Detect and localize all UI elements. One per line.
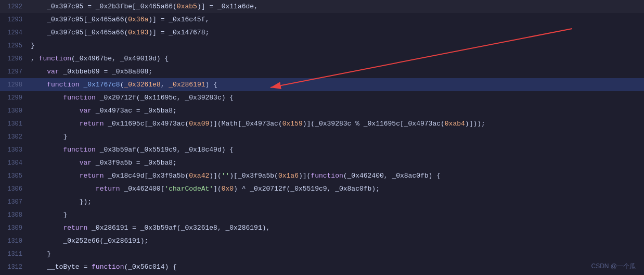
code-line: 1309 return _0x286191 = _0x3b59af(_0x326… — [0, 221, 644, 234]
line-content: } — [29, 42, 644, 49]
line-number: 1306 — [0, 185, 29, 193]
line-number: 1304 — [0, 159, 29, 167]
token-kw: function — [47, 81, 79, 89]
token-plain: _0x18c49d[_0x3f9a5b( — [104, 172, 189, 180]
code-line: 1298 function _0x1767c8(_0x3261e8, _0x28… — [0, 78, 644, 91]
line-number: 1299 — [0, 94, 29, 102]
token-num: 0xa42 — [189, 172, 209, 180]
token-num: 0x36a — [128, 16, 148, 23]
token-plain: } — [31, 133, 67, 141]
token-kw: return — [96, 185, 120, 193]
code-line: 1292 _0x397c95 = _0x2b3fbe[_0x465a66(0xa… — [0, 0, 644, 13]
token-num: 0x1a6 — [278, 172, 299, 180]
token-plain: (_0x462400, _0x8ac0fb) { — [343, 172, 441, 180]
token-plain: _0x252e66(_0x286191); — [31, 237, 148, 245]
token-num: _0x3261e8 — [124, 81, 160, 89]
code-line: 1310 _0x252e66(_0x286191); — [0, 234, 644, 247]
code-line: 1299 function _0x20712f(_0x11695c, _0x39… — [0, 91, 644, 104]
token-str: '' — [222, 172, 230, 180]
token-plain: } — [31, 250, 51, 258]
token-num: _0x286191 — [169, 81, 205, 89]
token-plain: , — [31, 55, 39, 63]
line-content: function _0x1767c8(_0x3261e8, _0x286191)… — [29, 81, 644, 89]
token-plain: _0x4973ac = _0x5ba8; — [92, 107, 177, 115]
code-line: 1296, function(_0x4967be, _0x49010d) { — [0, 52, 644, 65]
line-number: 1296 — [0, 55, 29, 63]
line-number: 1310 — [0, 238, 29, 245]
code-line: 1311 } — [0, 247, 644, 260]
token-fn: _0x1767c8 — [83, 81, 120, 89]
line-number: 1301 — [0, 120, 29, 128]
token-str: 'charCodeAt' — [164, 185, 213, 193]
line-content: var _0x3f9a5b = _0x5ba8; — [29, 159, 644, 167]
line-number: 1297 — [0, 68, 29, 76]
token-num: 0xa09 — [189, 120, 209, 128]
token-plain: )])); — [465, 120, 485, 128]
token-plain: )] = _0x11a6de, — [197, 3, 258, 10]
code-line: 1293 _0x397c95[_0x465a66(0x36a)] = _0x16… — [0, 13, 644, 26]
token-plain — [31, 159, 80, 167]
token-kw: function — [63, 94, 95, 102]
token-plain: )] = _0x147678; — [148, 29, 209, 36]
line-content: }); — [29, 198, 644, 206]
token-plain: )[_0x3f9a5b( — [229, 172, 278, 180]
code-lines: 1292 _0x397c95 = _0x2b3fbe[_0x465a66(0xa… — [0, 0, 644, 275]
token-plain: )]( — [303, 120, 315, 128]
code-line: 1312 __toByte = function(_0x56c014) { — [0, 260, 644, 273]
line-number: 1300 — [0, 107, 29, 115]
line-content: } — [29, 211, 644, 219]
token-plain: , — [161, 81, 169, 89]
token-plain: _0x286191 = _0x3b59af(_0x3261e8, _0x2861… — [87, 224, 270, 232]
token-kw: function — [311, 172, 343, 180]
token-kw: function — [92, 263, 124, 271]
watermark: CSDN @一个瓜 — [591, 262, 636, 271]
line-content: _0x397c95 = _0x2b3fbe[_0x465a66(0xab5)] … — [29, 3, 644, 10]
token-kw: return — [80, 120, 104, 128]
token-num: 0xab4 — [445, 120, 465, 128]
token-plain: ]( — [213, 185, 222, 193]
line-number: 1311 — [0, 251, 29, 258]
token-plain: )](Math[_0x4973ac( — [209, 120, 282, 128]
token-plain: _0x3f9a5b = _0x5ba8; — [92, 159, 177, 167]
code-line: 1305 return _0x18c49d[_0x3f9a5b(0xa42)](… — [0, 169, 644, 182]
line-number: 1309 — [0, 224, 29, 232]
token-plain: _0x20712f(_0x11695c, _0x39283c) { — [96, 94, 234, 102]
token-plain: _0x397c95[_0x465a66( — [31, 16, 128, 23]
token-plain: } — [31, 211, 67, 219]
line-content: return _0x11695c[_0x4973ac(0xa09)](Math[… — [29, 120, 644, 128]
token-plain: }); — [31, 198, 92, 206]
token-num: 0x193 — [128, 29, 148, 36]
token-plain: _0x397c95 = _0x2b3fbe[_0x465a66( — [31, 3, 177, 10]
token-plain — [31, 172, 80, 180]
line-number: 1294 — [0, 29, 29, 36]
token-plain: _0x39283c % _0x11695c[_0x4973ac( — [315, 120, 445, 128]
token-kw: function — [39, 55, 71, 63]
token-kw: var — [80, 159, 92, 167]
line-number: 1293 — [0, 16, 29, 23]
token-plain: _0x462400[ — [120, 185, 165, 193]
token-plain: )]( — [209, 172, 221, 180]
token-plain: )]( — [299, 172, 311, 180]
line-content: _0x397c95[_0x465a66(0x193)] = _0x147678; — [29, 29, 644, 36]
token-plain — [31, 185, 96, 193]
line-number: 1292 — [0, 3, 29, 10]
token-plain: _0x397c95[_0x465a66( — [31, 29, 128, 36]
code-line: 1297 var _0xbbeb09 = _0x58a808; — [0, 65, 644, 78]
line-content: __toByte = function(_0x56c014) { — [29, 263, 644, 271]
code-line: 1306 return _0x462400['charCodeAt'](0x0)… — [0, 182, 644, 195]
line-content: var _0x4973ac = _0x5ba8; — [29, 107, 644, 115]
token-plain — [31, 120, 80, 128]
line-number: 1308 — [0, 211, 29, 219]
token-plain — [31, 224, 63, 232]
code-line: 1294 _0x397c95[_0x465a66(0x193)] = _0x14… — [0, 26, 644, 39]
line-content: } — [29, 250, 644, 258]
token-plain — [31, 146, 63, 154]
line-content: function _0x3b59af(_0x5519c9, _0x18c49d)… — [29, 146, 644, 154]
line-number: 1305 — [0, 172, 29, 180]
line-number: 1303 — [0, 146, 29, 154]
line-number: 1298 — [0, 81, 29, 89]
token-kw: return — [63, 224, 87, 232]
line-content: var _0xbbeb09 = _0x58a808; — [29, 68, 644, 76]
token-kw: var — [47, 68, 59, 76]
line-content: _0x397c95[_0x465a66(0x36a)] = _0x16c45f, — [29, 16, 644, 23]
